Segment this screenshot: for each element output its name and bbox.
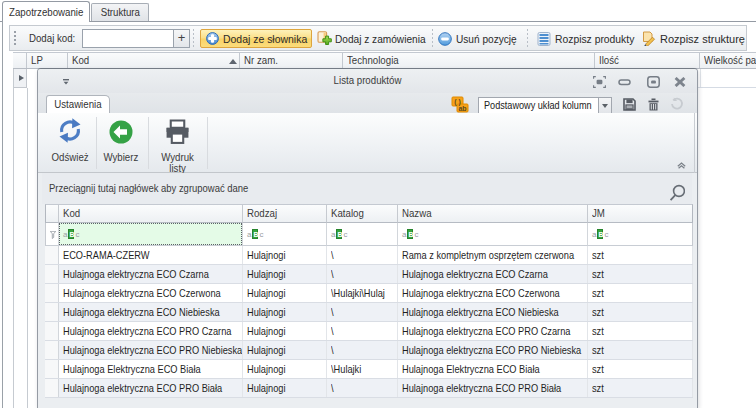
- svg-text:ab: ab: [458, 105, 466, 112]
